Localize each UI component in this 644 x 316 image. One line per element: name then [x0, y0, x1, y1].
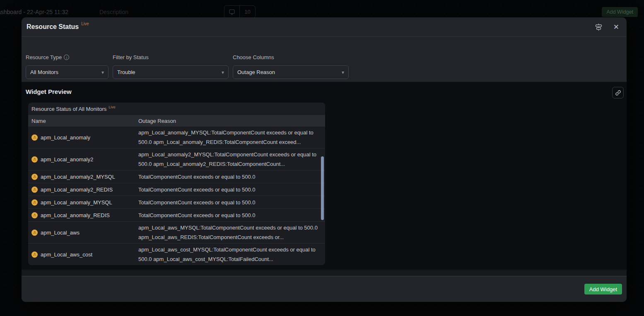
dashboard-page: ashboard - 22-Apr-25 11:32 Description 1…	[0, 0, 644, 316]
trouble-status-icon: ⚠	[31, 187, 38, 193]
monitor-name: apm_Local_anomaly2	[41, 156, 93, 163]
monitor-name-cell: ⚠apm_Local_anomaly_REDIS	[28, 212, 138, 218]
widget-preview-section: Widget Preview Resource Status of All Mo…	[22, 82, 627, 270]
table-row[interactable]: ⚠apm_Local_anomaly_REDIS TotalComponentC…	[28, 209, 325, 222]
status-filter-label: Filter by Status	[113, 54, 229, 60]
table-body: ⚠apm_Local_anomaly apm_Local_anomaly_MYS…	[28, 127, 325, 265]
monitor-name-cell: ⚠apm_Local_anomaly_MYSQL	[28, 199, 138, 206]
monitor-name-cell: ⚠apm_Local_anomaly	[28, 134, 138, 141]
resource-type-select[interactable]: All Monitors ▾	[26, 65, 109, 79]
widget-preview-heading: Widget Preview	[26, 88, 72, 95]
add-widget-button[interactable]: Add Widget	[584, 284, 622, 294]
preview-card-title-row: Resource Status of All Monitors Live	[28, 103, 325, 115]
monitor-name: apm_Local_anomaly2_REDIS	[41, 187, 113, 193]
trouble-status-icon: ⚠	[31, 212, 38, 218]
monitor-name: apm_Local_aws	[41, 230, 80, 236]
filter-bar: Resource Type i All Monitors ▾ Filter by…	[22, 37, 627, 82]
dialog-header-actions: ✕	[595, 23, 619, 31]
table-row[interactable]: ⚠apm_Local_aws_cost apm_Local_aws_cost_M…	[28, 244, 325, 265]
trouble-status-icon: ⚠	[31, 134, 38, 141]
topbar-add-widget-button[interactable]: Add Widget	[602, 7, 638, 17]
trouble-status-icon: ⚠	[31, 174, 38, 180]
chevron-down-icon: ▾	[222, 69, 224, 75]
link-icon	[615, 90, 621, 96]
preview-card-title: Resource Status of All Monitors	[31, 106, 106, 112]
close-glyph: ✕	[613, 24, 619, 31]
outage-reason-cell: apm_Local_anomaly2_MYSQL:TotalComponentC…	[138, 150, 325, 169]
close-icon[interactable]: ✕	[613, 24, 619, 31]
monitor-name-cell: ⚠apm_Local_anomaly2_REDIS	[28, 187, 138, 193]
monitor-name: apm_Local_anomaly_MYSQL	[41, 199, 112, 206]
chevron-down-icon: ▾	[101, 69, 104, 75]
description-field[interactable]: Description	[99, 9, 128, 15]
trouble-status-icon: ⚠	[31, 230, 38, 236]
resource-status-dialog: Resource StatusLive ✕ Resource Type	[22, 17, 627, 302]
columns-filter-label: Choose Columns	[233, 54, 349, 60]
info-icon[interactable]: i	[64, 55, 69, 60]
live-badge: Live	[109, 105, 116, 109]
dialog-title-text: Resource Status	[27, 23, 79, 30]
status-value: Trouble	[117, 69, 135, 75]
chevron-down-icon: ▾	[342, 69, 344, 75]
table-row[interactable]: ⚠apm_Local_anomaly2_REDIS TotalComponent…	[28, 183, 325, 196]
table-scrollbar[interactable]	[321, 156, 324, 220]
monitor-name: apm_Local_anomaly	[41, 134, 90, 141]
screen-count-value: 10	[240, 9, 255, 15]
columns-select[interactable]: Outage Reason ▾	[233, 65, 349, 79]
table-row[interactable]: ⚠apm_Local_anomaly2_MYSQL TotalComponent…	[28, 170, 325, 183]
table-row[interactable]: ⚠apm_Local_aws apm_Local_aws_MYSQL:Total…	[28, 222, 325, 244]
footer-strip	[22, 270, 627, 276]
status-filter: Filter by Status Trouble ▾	[113, 54, 229, 82]
monitor-name: apm_Local_aws_cost	[41, 251, 92, 258]
monitor-name-cell: ⚠apm_Local_anomaly2	[28, 156, 138, 163]
resource-type-value: All Monitors	[30, 69, 58, 75]
widget-settings-icon[interactable]	[595, 23, 603, 31]
table-row[interactable]: ⚠apm_Local_anomaly_MYSQL TotalComponentC…	[28, 196, 325, 209]
table-row[interactable]: ⚠apm_Local_anomaly apm_Local_anomaly_MYS…	[28, 127, 325, 148]
dialog-header: Resource StatusLive ✕	[22, 17, 627, 37]
trouble-status-icon: ⚠	[31, 156, 38, 163]
dialog-footer: Add Widget	[22, 276, 627, 302]
monitor-name: apm_Local_anomaly_REDIS	[41, 212, 110, 218]
live-badge: Live	[81, 22, 89, 26]
resource-type-label: Resource Type i	[26, 54, 109, 60]
monitor-icon	[224, 6, 240, 18]
preview-widget-card: Resource Status of All Monitors Live Nam…	[28, 103, 325, 265]
column-header-outage-reason: Outage Reason	[138, 118, 325, 124]
columns-filter-label-text: Choose Columns	[233, 54, 274, 60]
dashboard-title: ashboard - 22-Apr-25 11:32	[0, 9, 68, 15]
status-select[interactable]: Trouble ▾	[113, 65, 229, 79]
screen-count-control[interactable]: 10	[224, 5, 256, 18]
outage-reason-cell: TotalComponentCount exceeds or equal to …	[138, 185, 325, 194]
monitor-name: apm_Local_anomaly2_MYSQL	[41, 174, 115, 180]
columns-filter: Choose Columns Outage Reason ▾	[233, 54, 349, 82]
status-filter-label-text: Filter by Status	[113, 54, 149, 60]
resource-type-label-text: Resource Type	[26, 54, 62, 60]
monitor-name-cell: ⚠apm_Local_aws_cost	[28, 251, 138, 258]
trouble-status-icon: ⚠	[31, 199, 38, 206]
table-header-row: Name Outage Reason	[28, 115, 325, 127]
columns-value: Outage Reason	[237, 69, 275, 75]
outage-reason-cell: TotalComponentCount exceeds or equal to …	[138, 198, 325, 207]
dialog-title: Resource StatusLive	[27, 23, 89, 31]
outage-reason-cell: apm_Local_aws_cost_MYSQL:TotalComponentC…	[138, 245, 325, 264]
monitor-name-cell: ⚠apm_Local_anomaly2_MYSQL	[28, 174, 138, 180]
outage-reason-cell: TotalComponentCount exceeds or equal to …	[138, 172, 325, 182]
trouble-status-icon: ⚠	[31, 251, 38, 258]
column-header-name: Name	[28, 118, 138, 124]
table-row[interactable]: ⚠apm_Local_anomaly2 apm_Local_anomaly2_M…	[28, 148, 325, 170]
outage-reason-cell: apm_Local_anomaly_MYSQL:TotalComponentCo…	[138, 128, 325, 147]
resource-type-filter: Resource Type i All Monitors ▾	[26, 54, 109, 82]
monitor-name-cell: ⚠apm_Local_aws	[28, 230, 138, 236]
outage-reason-cell: apm_Local_aws_MYSQL:TotalComponentCount …	[138, 223, 325, 242]
outage-reason-cell: TotalComponentCount exceeds or equal to …	[138, 211, 325, 220]
copy-link-button[interactable]	[612, 87, 624, 98]
